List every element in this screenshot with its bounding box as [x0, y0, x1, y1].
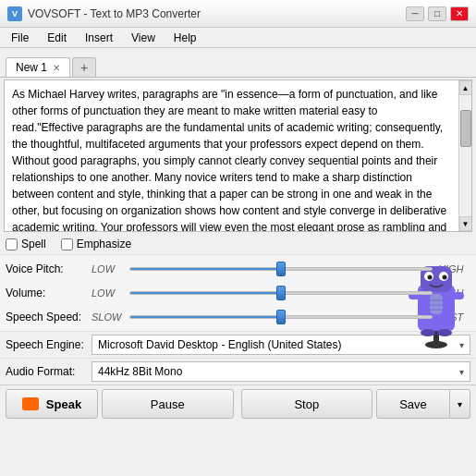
- speech-speed-thumb[interactable]: [276, 310, 286, 324]
- tab-new1[interactable]: New 1 ✕: [6, 57, 70, 77]
- add-tab-button[interactable]: +: [72, 57, 96, 77]
- maximize-button[interactable]: □: [428, 6, 446, 21]
- save-arrow-icon: ▾: [458, 399, 462, 409]
- svg-point-15: [437, 329, 452, 336]
- checkbox-row: Spell Emphasize: [0, 234, 476, 255]
- menu-insert[interactable]: Insert: [78, 30, 120, 46]
- svg-rect-8: [430, 294, 443, 314]
- svg-point-7: [425, 341, 447, 348]
- spell-checkbox-label[interactable]: Spell: [6, 238, 46, 250]
- menu-file[interactable]: File: [4, 30, 36, 46]
- scroll-down-button[interactable]: ▼: [459, 216, 472, 231]
- volume-low: LOW: [92, 287, 124, 299]
- minimize-button[interactable]: ─: [406, 6, 424, 21]
- stop-button[interactable]: Stop: [241, 389, 373, 419]
- app-title: VOVSOFT - Text to MP3 Converter: [28, 7, 201, 20]
- svg-point-5: [443, 275, 447, 280]
- volume-thumb[interactable]: [276, 286, 286, 300]
- scroll-thumb[interactable]: [460, 110, 471, 147]
- volume-row: Volume: LOW HIGH: [6, 281, 470, 305]
- speech-speed-label: Speech Speed:: [6, 311, 84, 323]
- tab-close-icon[interactable]: ✕: [53, 63, 60, 73]
- svg-rect-13: [453, 292, 464, 299]
- scrollbar[interactable]: ▲ ▼: [458, 80, 471, 231]
- menu-view[interactable]: View: [124, 30, 163, 46]
- speech-speed-slow: SLOW: [92, 311, 124, 323]
- menu-bar: File Edit Insert View Help: [0, 28, 476, 48]
- speech-speed-track[interactable]: [129, 315, 433, 319]
- menu-help[interactable]: Help: [166, 30, 204, 46]
- audio-format-label: Audio Format:: [6, 365, 84, 378]
- emphasize-label: Emphasize: [77, 238, 131, 250]
- text-content[interactable]: As Michael Harvey writes, paragraphs are…: [5, 80, 458, 231]
- app-icon: V: [7, 6, 22, 21]
- title-bar: V VOVSOFT - Text to MP3 Converter ─ □ ✕: [0, 0, 476, 28]
- emphasize-checkbox[interactable]: [61, 238, 73, 250]
- voice-pitch-row: Voice Pitch: LOW HIGH: [6, 257, 470, 281]
- volume-track[interactable]: [129, 291, 433, 295]
- save-button[interactable]: Save: [376, 389, 450, 419]
- speaker-icon: [22, 397, 39, 410]
- audio-format-row: Audio Format: 44kHz 8Bit Mono ▾: [0, 358, 476, 384]
- spell-label: Spell: [21, 238, 46, 250]
- audio-format-dropdown[interactable]: 44kHz 8Bit Mono ▾: [92, 361, 470, 382]
- audio-format-arrow-icon: ▾: [459, 367, 464, 377]
- spell-checkbox[interactable]: [6, 238, 18, 250]
- speak-button[interactable]: Speak: [6, 389, 98, 419]
- title-bar-left: V VOVSOFT - Text to MP3 Converter: [7, 6, 201, 21]
- pause-button[interactable]: Pause: [102, 389, 234, 419]
- audio-format-value: 44kHz 8Bit Mono: [98, 365, 459, 378]
- button-row: Speak Pause Stop Save ▾: [0, 384, 476, 422]
- volume-label: Volume:: [6, 287, 84, 299]
- tab-label: New 1: [16, 61, 47, 74]
- voice-pitch-track[interactable]: [129, 267, 433, 271]
- voice-pitch-low: LOW: [92, 263, 124, 275]
- svg-point-4: [428, 275, 433, 280]
- title-controls: ─ □ ✕: [406, 6, 469, 21]
- close-button[interactable]: ✕: [450, 6, 469, 21]
- scroll-up-button[interactable]: ▲: [459, 80, 472, 95]
- svg-point-14: [421, 329, 435, 336]
- save-dropdown-arrow-button[interactable]: ▾: [450, 389, 470, 419]
- speech-engine-label: Speech Engine:: [6, 338, 84, 351]
- text-area-wrapper: As Michael Harvey writes, paragraphs are…: [4, 79, 472, 232]
- controls-section: Voice Pitch: LOW HIGH Volume: LOW HIGH S…: [0, 255, 476, 331]
- mascot: [404, 257, 469, 354]
- emphasize-checkbox-label[interactable]: Emphasize: [61, 238, 131, 250]
- voice-pitch-label: Voice Pitch:: [6, 262, 84, 275]
- menu-edit[interactable]: Edit: [40, 30, 74, 46]
- voice-pitch-thumb[interactable]: [276, 262, 286, 276]
- speech-speed-row: Speech Speed: SLOW FAST: [6, 305, 470, 329]
- tab-bar: New 1 ✕ +: [0, 48, 476, 78]
